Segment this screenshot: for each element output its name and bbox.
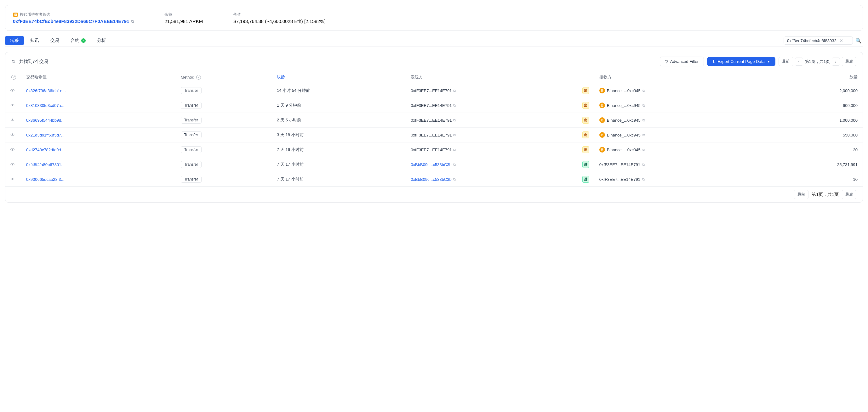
from-address[interactable]: 0xfF3EE7...EE14E791 (411, 103, 452, 108)
amount-cell: 25,731,991 (768, 157, 863, 172)
search-close-icon[interactable]: ✕ (839, 38, 843, 43)
from-address[interactable]: 0xBbB09c...c533bC3b (411, 162, 451, 167)
eye-icon[interactable]: 👁 (10, 117, 15, 123)
col-block: 块龄 (272, 71, 406, 83)
direction-badge: 出 (582, 102, 589, 109)
from-cell: 0xBbB09c...c533bC3b ⧉ (411, 162, 572, 167)
tx-hash[interactable]: 0x900665dcab28f3... (26, 177, 64, 182)
last-page-button[interactable]: 最后 (842, 57, 856, 66)
copy-to-icon[interactable]: ⧉ (642, 163, 645, 167)
copy-to-icon[interactable]: ⧉ (643, 118, 645, 122)
from-cell: 0xfF3EE7...EE14E791 ⧉ (411, 133, 572, 137)
binance-icon: B (599, 147, 605, 152)
search-box[interactable]: ✕ (784, 36, 853, 45)
address-section: ⊟ 按代币持有者筛选 0xfF3EE74bCfEcb4e8F83932Da66C… (13, 12, 134, 24)
value-section: 价值 $7,193,764.38 (~4,660.0028 Eth) [2.15… (234, 12, 326, 24)
copy-from-icon[interactable]: ⧉ (453, 177, 456, 181)
from-address[interactable]: 0xfF3EE7...EE14E791 (411, 89, 452, 93)
tab-contract[interactable]: 合约 ✓ (65, 36, 91, 45)
tag-icon: ⊟ (13, 12, 18, 17)
filter-label: ⊟ 按代币持有者筛选 (13, 12, 134, 17)
tx-hash[interactable]: 0x810330fd3cd07a... (26, 103, 64, 108)
copy-from-icon[interactable]: ⧉ (453, 103, 456, 108)
copy-to-icon[interactable]: ⧉ (642, 177, 645, 181)
tab-analysis[interactable]: 分析 (92, 36, 111, 45)
first-page-button[interactable]: 最前 (779, 57, 793, 66)
copy-to-icon[interactable]: ⧉ (643, 89, 645, 93)
to-address[interactable]: Binance_...0xc945 (607, 89, 641, 93)
from-address[interactable]: 0xfF3EE7...EE14E791 (411, 118, 452, 123)
method-badge: Transfer (181, 102, 202, 109)
direction-badge: 进 (582, 176, 589, 183)
tx-hash[interactable]: 0xf48f4fa80b67801... (26, 162, 65, 167)
tab-transactions[interactable]: 交易 (45, 36, 64, 45)
from-address[interactable]: 0xBbB09c...c533bC3b (411, 177, 451, 182)
search-input[interactable] (787, 38, 837, 43)
export-button[interactable]: ⬇ Export Current Page Data ▼ (707, 57, 775, 66)
table-header-row: ? 交易哈希值 Method ? 块龄 发送方 接收方 数量 (5, 71, 863, 83)
download-icon: ⬇ (712, 59, 716, 64)
block-age: 1 天 9 分钟前 (272, 98, 406, 113)
eye-icon[interactable]: 👁 (10, 88, 15, 93)
to-address[interactable]: 0xfF3EE7...EE14E791 (599, 177, 640, 182)
to-address[interactable]: Binance_...0xc945 (607, 133, 641, 137)
tab-transfer[interactable]: 转移 (5, 36, 24, 45)
footer-first-button[interactable]: 最前 (794, 190, 808, 199)
direction-badge: 出 (582, 117, 589, 124)
search-icon-button[interactable]: 🔍 (854, 36, 863, 45)
value-label: 价值 (234, 12, 326, 17)
next-page-button[interactable]: › (832, 58, 840, 66)
from-address[interactable]: 0xfF3EE7...EE14E791 (411, 133, 452, 137)
block-age: 3 天 18 小时前 (272, 128, 406, 142)
copy-to-icon[interactable]: ⧉ (643, 103, 645, 108)
header-card: ⊟ 按代币持有者筛选 0xfF3EE74bCfEcb4e8F83932Da66C… (5, 5, 863, 31)
method-help-icon[interactable]: ? (196, 75, 201, 79)
funnel-icon: ▽ (665, 59, 668, 64)
copy-from-icon[interactable]: ⧉ (453, 148, 456, 152)
tx-hash[interactable]: 0x826f796a36fda1e... (26, 89, 66, 93)
table-row: 👁0x810330fd3cd07a...Transfer1 天 9 分钟前 0x… (5, 98, 863, 113)
footer-page-info: 第1页，共1页 (812, 192, 839, 198)
to-address[interactable]: Binance_...0xc945 (607, 147, 641, 152)
tx-hash[interactable]: 0x36695f5444bb9d... (26, 118, 65, 123)
copy-from-icon[interactable]: ⧉ (453, 163, 456, 167)
advanced-filter-button[interactable]: ▽ Advanced Filter (660, 57, 704, 66)
method-badge: Transfer (181, 146, 202, 153)
help-icon[interactable]: ? (11, 75, 16, 79)
from-address[interactable]: 0xfF3EE7...EE14E791 (411, 147, 452, 152)
to-address[interactable]: Binance_...0xc945 (607, 103, 641, 108)
table-row: 👁0x900665dcab28f3...Transfer7 天 17 小时前 0… (5, 172, 863, 187)
tab-news[interactable]: 知讯 (25, 36, 44, 45)
copy-address-icon[interactable]: ⧉ (131, 19, 134, 24)
eye-icon[interactable]: 👁 (10, 132, 15, 137)
binance-icon: B (599, 103, 605, 108)
copy-from-icon[interactable]: ⧉ (453, 118, 456, 122)
tx-hash[interactable]: 0xd2748c782dfe9d... (26, 147, 64, 152)
to-address[interactable]: 0xfF3EE7...EE14E791 (599, 162, 640, 167)
eye-icon[interactable]: 👁 (10, 177, 15, 182)
eye-icon[interactable]: 👁 (10, 103, 15, 108)
prev-page-button[interactable]: ‹ (795, 58, 803, 66)
binance-icon: B (599, 88, 605, 94)
copy-to-icon[interactable]: ⧉ (643, 133, 645, 137)
to-address[interactable]: Binance_...0xc945 (607, 118, 641, 123)
table-row: 👁0x36695f5444bb9d...Transfer2 天 5 小时前 0x… (5, 113, 863, 128)
copy-from-icon[interactable]: ⧉ (453, 89, 456, 93)
eye-icon[interactable]: 👁 (10, 147, 15, 152)
block-age: 2 天 5 小时前 (272, 113, 406, 128)
footer-last-button[interactable]: 最后 (842, 190, 856, 199)
direction-badge: 出 (582, 146, 589, 153)
tx-hash[interactable]: 0x21d3d91ff63f5d7... (26, 133, 65, 137)
block-age: 7 天 17 小时前 (272, 172, 406, 187)
page-info: 第1页，共1页 (805, 59, 830, 65)
to-cell: 0xfF3EE7...EE14E791 ⧉ (599, 162, 763, 167)
address-value[interactable]: 0xfF3EE74bCfEcb4e8F83932Da66C7F0AEEE14E7… (13, 19, 134, 24)
copy-from-icon[interactable]: ⧉ (453, 133, 456, 137)
direction-badge: 出 (582, 132, 589, 138)
eye-icon[interactable]: 👁 (10, 162, 15, 167)
sort-icon: ⇅ (12, 59, 16, 64)
tabs-row: 转移 知讯 交易 合约 ✓ 分析 ✕ 🔍 (5, 36, 863, 47)
method-badge: Transfer (181, 176, 202, 183)
copy-to-icon[interactable]: ⧉ (643, 148, 645, 152)
to-cell: BBinance_...0xc945 ⧉ (599, 132, 763, 138)
